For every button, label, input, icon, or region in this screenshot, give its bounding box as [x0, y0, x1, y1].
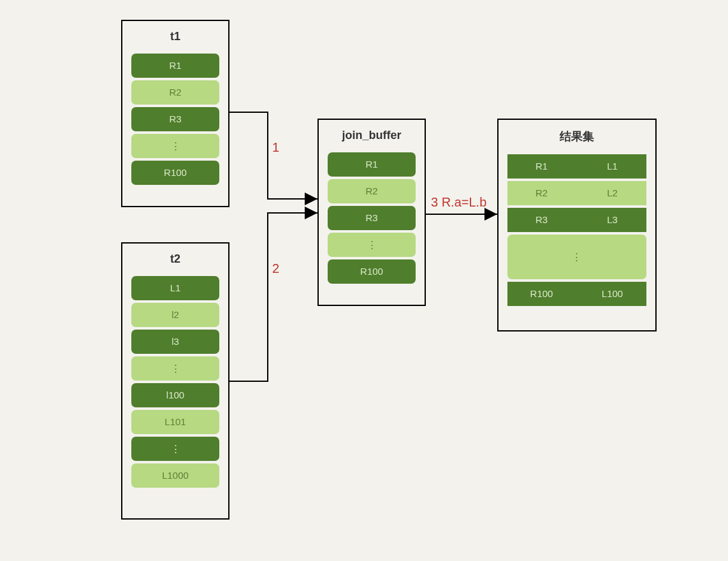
result-cell-left: R100 — [507, 282, 576, 306]
result-cell-left: R2 — [507, 181, 576, 205]
t2-row: l3 — [131, 330, 219, 354]
t2-row: L1000 — [131, 463, 219, 488]
jb-row: ⋮ — [328, 233, 416, 257]
result-row-ellipsis: ⋮ — [507, 235, 646, 279]
edge-2 — [229, 213, 317, 381]
jb-row: R2 — [328, 179, 416, 203]
result-cell-right: L1 — [578, 154, 646, 178]
result-row: R1 L1 — [507, 154, 646, 178]
result-cell-right: L3 — [578, 208, 646, 232]
edge-1 — [229, 112, 317, 199]
t2-row: ⋮ — [131, 437, 219, 461]
edge-2-label: 2 — [272, 261, 279, 276]
result-cell-left: R1 — [507, 154, 576, 178]
result-row: R100 L100 — [507, 282, 646, 306]
box-join-buffer: join_buffer R1 R2 R3 ⋮ R100 — [317, 119, 426, 306]
t2-row: L101 — [131, 410, 219, 434]
t2-row: L1 — [131, 276, 219, 300]
edge-3-label: 3 R.a=L.b — [431, 195, 486, 210]
t2-row: ⋮ — [131, 356, 219, 381]
box-t1-title: t1 — [127, 30, 223, 43]
box-join-buffer-title: join_buffer — [324, 129, 419, 142]
t1-row: R2 — [131, 80, 219, 105]
box-result: 结果集 R1 L1 R2 L2 R3 L3 ⋮ R100 L100 — [497, 119, 657, 332]
jb-row: R1 — [328, 152, 416, 177]
edge-1-label: 1 — [272, 140, 279, 155]
result-cell-right: L100 — [578, 282, 646, 306]
t2-row: l2 — [131, 303, 219, 327]
box-t1: t1 R1 R2 R3 ⋮ R100 — [121, 20, 229, 207]
result-row: R2 L2 — [507, 181, 646, 205]
result-cell-right: L2 — [578, 181, 646, 205]
t1-row: R100 — [131, 161, 219, 185]
t2-row: l100 — [131, 383, 219, 407]
box-t2-title: t2 — [127, 252, 223, 266]
t1-row: R1 — [131, 54, 219, 78]
diagram-stage: t1 R1 R2 R3 ⋮ R100 t2 L1 l2 l3 ⋮ l100 L1… — [0, 0, 728, 561]
t1-row: ⋮ — [131, 134, 219, 158]
jb-row: R100 — [328, 259, 416, 284]
t1-row: R3 — [131, 107, 219, 131]
box-result-title: 结果集 — [504, 129, 650, 144]
box-t2: t2 L1 l2 l3 ⋮ l100 L101 ⋮ L1000 — [121, 242, 229, 520]
result-cell-left: R3 — [507, 208, 576, 232]
result-row: R3 L3 — [507, 208, 646, 232]
jb-row: R3 — [328, 206, 416, 230]
